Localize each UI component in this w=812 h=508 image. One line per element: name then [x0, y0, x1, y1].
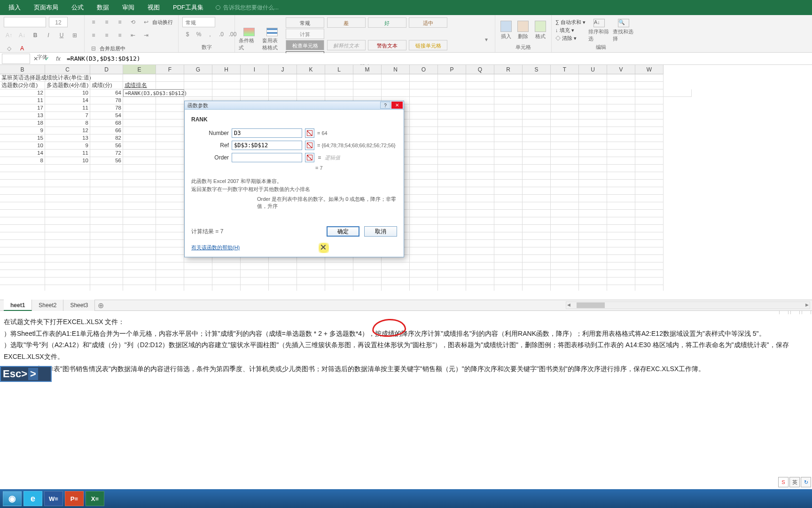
cell[interactable]: 10	[0, 142, 45, 150]
cell[interactable]: 9	[45, 142, 90, 150]
col-header-P[interactable]: P	[438, 65, 466, 74]
cell[interactable]	[607, 278, 635, 285]
cell[interactable]	[551, 97, 579, 104]
cell[interactable]	[635, 135, 664, 142]
scroll-left-icon[interactable]: ◀	[567, 302, 570, 307]
cell[interactable]	[466, 278, 494, 285]
cell[interactable]	[410, 187, 438, 195]
cell[interactable]	[184, 262, 212, 270]
col-header-I[interactable]: I	[241, 65, 269, 74]
style-normal[interactable]: 常规	[286, 17, 324, 28]
cell[interactable]	[551, 127, 579, 135]
cell[interactable]: 56	[90, 157, 123, 165]
cell[interactable]	[90, 270, 123, 278]
cell[interactable]	[579, 172, 607, 180]
cell[interactable]	[184, 285, 212, 291]
cell[interactable]	[0, 180, 45, 187]
cell[interactable]	[438, 127, 466, 135]
cell[interactable]	[438, 240, 466, 247]
cell[interactable]	[494, 157, 523, 165]
cell[interactable]	[523, 142, 551, 150]
cell[interactable]	[664, 89, 692, 97]
cell[interactable]	[241, 285, 269, 291]
cell[interactable]: 成绩排名	[123, 82, 156, 89]
cell[interactable]	[466, 225, 494, 232]
cell[interactable]	[0, 270, 45, 278]
cell[interactable]	[410, 247, 438, 255]
cell[interactable]	[123, 232, 156, 240]
cell[interactable]	[156, 195, 184, 202]
fill-color-icon[interactable]: ◇	[4, 43, 14, 54]
cell[interactable]	[123, 104, 156, 112]
arg-ref-refbtn-icon[interactable]	[305, 141, 314, 150]
cell[interactable]	[579, 89, 607, 97]
cell[interactable]	[607, 210, 635, 217]
format-cells-button[interactable]: 格式	[533, 19, 547, 42]
cell[interactable]	[607, 135, 635, 142]
scroll-thumb[interactable]	[577, 302, 605, 308]
col-header-U[interactable]: U	[579, 65, 607, 74]
cell[interactable]	[45, 195, 90, 202]
cell[interactable]	[635, 195, 664, 202]
cell[interactable]	[212, 82, 241, 89]
orientation-icon[interactable]: ⟲	[128, 17, 138, 27]
cell[interactable]	[438, 172, 466, 180]
cell[interactable]	[90, 225, 123, 232]
sheet-tab-1[interactable]: heet1	[4, 300, 32, 311]
indent-dec-icon[interactable]: ⇤	[128, 30, 138, 40]
cell[interactable]	[551, 255, 579, 262]
cell[interactable]	[156, 278, 184, 285]
font-picker[interactable]	[4, 17, 46, 27]
col-header-E[interactable]: E	[123, 65, 156, 74]
cell[interactable]	[635, 142, 664, 150]
cell[interactable]: 13	[0, 112, 45, 119]
cell[interactable]	[241, 270, 269, 278]
cell[interactable]: 12	[45, 127, 90, 135]
ok-button[interactable]: 确定	[327, 226, 359, 237]
cell[interactable]	[579, 247, 607, 255]
cell[interactable]	[635, 202, 664, 210]
cell[interactable]	[156, 255, 184, 262]
cell[interactable]	[551, 142, 579, 150]
style-calc[interactable]: 计算	[286, 29, 324, 39]
cell[interactable]	[438, 180, 466, 187]
cell[interactable]	[297, 278, 325, 285]
cell[interactable]	[0, 217, 45, 225]
col-header-J[interactable]: J	[269, 65, 297, 74]
cell[interactable]	[0, 240, 45, 247]
col-header-T[interactable]: T	[551, 65, 579, 74]
cell[interactable]	[466, 74, 494, 82]
ime-more-icon[interactable]: ↻	[801, 477, 811, 487]
merge-center-button[interactable]: ⊟合并后居中	[88, 43, 125, 54]
cell[interactable]	[523, 217, 551, 225]
cell[interactable]	[123, 74, 156, 82]
cell[interactable]: 某班英语选择题成绩统计表(单位:道)	[0, 74, 45, 82]
cell[interactable]	[579, 150, 607, 157]
cell[interactable]	[297, 262, 325, 270]
cell[interactable]	[607, 127, 635, 135]
cell[interactable]	[438, 112, 466, 119]
cell[interactable]	[494, 217, 523, 225]
align-left-icon[interactable]: ≡	[88, 30, 99, 40]
cell[interactable]	[123, 202, 156, 210]
cell[interactable]	[635, 187, 664, 195]
cell[interactable]	[579, 232, 607, 240]
cell[interactable]	[90, 255, 123, 262]
style-bad[interactable]: 差	[327, 17, 366, 28]
dialog-close-icon[interactable]: ✕	[391, 102, 403, 109]
cell[interactable]	[466, 195, 494, 202]
cell[interactable]	[551, 210, 579, 217]
cell[interactable]	[438, 187, 466, 195]
cell[interactable]	[523, 247, 551, 255]
cell[interactable]	[635, 157, 664, 165]
cell[interactable]	[123, 262, 156, 270]
cell[interactable]	[438, 142, 466, 150]
cell[interactable]	[156, 74, 184, 82]
cell[interactable]	[382, 74, 410, 82]
cell[interactable]	[410, 97, 438, 104]
tab-insert[interactable]: 插入	[2, 0, 27, 15]
cell[interactable]	[123, 270, 156, 278]
cell[interactable]	[353, 262, 382, 270]
cell[interactable]	[410, 172, 438, 180]
cell[interactable]	[466, 119, 494, 127]
